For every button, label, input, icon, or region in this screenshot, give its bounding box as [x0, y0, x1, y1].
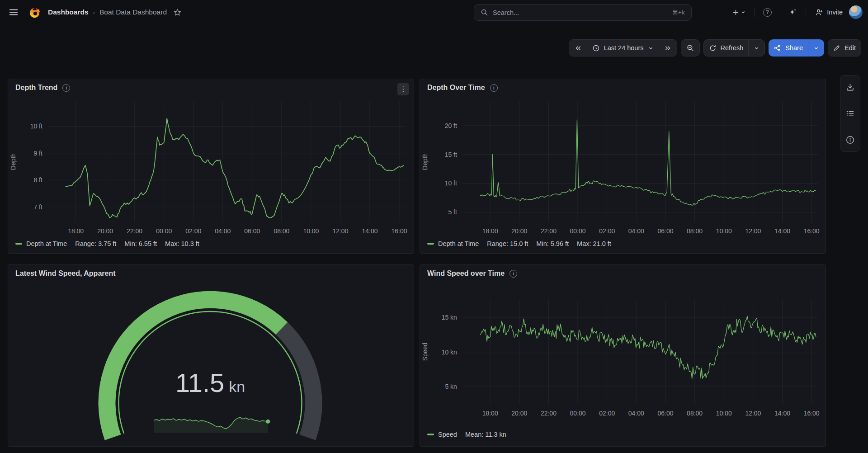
svg-text:00:00: 00:00	[570, 227, 586, 235]
svg-text:04:00: 04:00	[215, 227, 231, 235]
panel-side-toolbar	[840, 75, 860, 152]
edit-label: Edit	[844, 44, 856, 52]
svg-text:16:00: 16:00	[392, 227, 407, 235]
help-icon: ?	[763, 8, 772, 17]
svg-text:10 kn: 10 kn	[442, 349, 457, 356]
panel-info-icon[interactable]: i	[62, 84, 70, 92]
outline-list-button[interactable]	[845, 108, 856, 119]
ai-assistant-button[interactable]	[786, 5, 800, 19]
time-range-picker[interactable]: Last 24 hours	[587, 40, 659, 56]
info-circle-icon	[845, 135, 855, 145]
favorite-star-icon[interactable]	[173, 8, 182, 17]
legend-stat: Max: 10.3 ft	[165, 240, 199, 247]
search-placeholder: Search...	[493, 9, 667, 16]
svg-text:00:00: 00:00	[156, 227, 172, 235]
svg-text:02:00: 02:00	[185, 227, 201, 235]
svg-text:9 ft: 9 ft	[33, 150, 42, 157]
chart-legend: Depth at Time Range: 15.0 ft Min: 5.96 f…	[427, 240, 611, 247]
legend-series[interactable]: Speed	[427, 431, 457, 438]
legend-label: Speed	[438, 431, 457, 438]
svg-text:15 kn: 15 kn	[442, 314, 457, 321]
svg-text:18:00: 18:00	[482, 410, 498, 417]
svg-text:08:00: 08:00	[687, 410, 703, 417]
add-new-button[interactable]	[729, 7, 749, 18]
svg-text:15 ft: 15 ft	[445, 151, 457, 158]
invite-label: Invite	[827, 9, 843, 16]
svg-text:10 ft: 10 ft	[30, 123, 42, 130]
svg-text:22:00: 22:00	[541, 410, 557, 417]
share-dropdown[interactable]	[808, 39, 824, 57]
svg-text:20:00: 20:00	[511, 227, 527, 235]
panel-wind-speed-over-time: 5 kn10 kn15 kn18:0020:0022:0000:0002:000…	[420, 264, 826, 447]
search-icon	[481, 9, 488, 16]
svg-text:5 ft: 5 ft	[448, 208, 457, 216]
svg-text:5 kn: 5 kn	[445, 383, 457, 390]
depth-over-time-chart[interactable]: 5 ft10 ft15 ft20 ft18:0020:0022:0000:000…	[420, 79, 826, 254]
panel-depth-over-time: 5 ft10 ft15 ft20 ft18:0020:0022:0000:000…	[420, 79, 826, 254]
double-chevron-right-icon	[664, 44, 672, 52]
invite-button[interactable]: Invite	[811, 5, 846, 19]
legend-stat: Min: 5.96 ft	[536, 240, 569, 247]
hamburger-menu-button[interactable]	[6, 5, 21, 19]
nav-divider	[780, 8, 780, 17]
panel-title[interactable]: Depth Trend	[15, 84, 57, 92]
svg-text:10 ft: 10 ft	[445, 179, 457, 187]
svg-text:02:00: 02:00	[599, 227, 615, 235]
zoom-out-group	[681, 39, 700, 57]
legend-series[interactable]: Depth at Time	[427, 240, 479, 247]
help-button[interactable]: ?	[760, 5, 774, 19]
legend-stat: Range: 15.0 ft	[487, 240, 528, 247]
svg-text:7 ft: 7 ft	[33, 203, 42, 211]
svg-text:04:00: 04:00	[628, 410, 644, 417]
wind-speed-chart[interactable]: 5 kn10 kn15 kn18:0020:0022:0000:0002:000…	[420, 265, 826, 447]
panel-title[interactable]: Depth Over Time	[427, 84, 485, 92]
legend-swatch	[427, 243, 434, 245]
legend-series[interactable]: Depth at Time	[15, 240, 67, 247]
pencil-icon	[833, 44, 840, 52]
time-shift-back-button[interactable]	[569, 40, 587, 56]
panel-info-icon[interactable]: i	[490, 84, 498, 92]
refresh-interval-dropdown[interactable]	[748, 40, 764, 56]
dashboard-info-button[interactable]	[845, 134, 856, 145]
panel-title[interactable]: Wind Speed over Time	[427, 269, 505, 278]
svg-text:12:00: 12:00	[745, 410, 761, 417]
legend-label: Depth at Time	[438, 240, 479, 247]
svg-text:00:00: 00:00	[570, 410, 586, 417]
grafana-logo[interactable]	[27, 5, 42, 19]
share-button[interactable]: Share	[769, 39, 808, 57]
breadcrumb-dashboards[interactable]: Dashboards	[48, 8, 89, 16]
panel-menu-button[interactable]: ⋮	[397, 83, 409, 95]
list-icon	[845, 109, 855, 118]
refresh-label: Refresh	[721, 44, 744, 52]
time-zoom-out-button[interactable]	[681, 40, 699, 56]
nav-divider	[806, 8, 806, 17]
export-button[interactable]	[845, 82, 856, 93]
panel-title[interactable]: Latest Wind Speed, Apparent	[15, 269, 116, 278]
sparkles-icon	[788, 8, 797, 17]
chart-legend: Speed Mean: 11.3 kn	[427, 431, 506, 438]
share-label: Share	[785, 44, 803, 52]
svg-text:14:00: 14:00	[362, 227, 378, 235]
hamburger-icon	[9, 7, 19, 17]
grafana-flame-icon	[28, 6, 41, 19]
user-avatar[interactable]	[849, 5, 863, 19]
svg-text:Speed: Speed	[421, 343, 429, 361]
svg-text:08:00: 08:00	[687, 227, 703, 235]
breadcrumb: Dashboards › Boat Data Dashboard	[48, 8, 182, 17]
panel-info-icon[interactable]: i	[509, 270, 517, 278]
chevron-down-icon	[648, 45, 654, 51]
depth-trend-chart[interactable]: 7 ft8 ft9 ft10 ft18:0020:0022:0000:0002:…	[8, 79, 414, 254]
panel-latest-wind-speed-gauge: 11.5kn Latest Wind Speed, Apparent	[8, 264, 414, 447]
svg-text:14:00: 14:00	[774, 410, 790, 417]
refresh-button[interactable]: Refresh	[704, 40, 749, 56]
breadcrumb-separator: ›	[93, 9, 95, 16]
wind-speed-gauge[interactable]: 11.5kn	[8, 265, 414, 447]
svg-text:02:00: 02:00	[599, 410, 615, 417]
time-shift-forward-button[interactable]	[659, 40, 677, 56]
svg-text:14:00: 14:00	[774, 227, 790, 235]
time-range-group: Last 24 hours	[569, 39, 677, 57]
svg-text:16:00: 16:00	[804, 410, 820, 417]
search-input[interactable]: Search... ⌘+k	[474, 4, 692, 21]
edit-button[interactable]: Edit	[828, 40, 861, 56]
share-group: Share	[769, 39, 824, 57]
